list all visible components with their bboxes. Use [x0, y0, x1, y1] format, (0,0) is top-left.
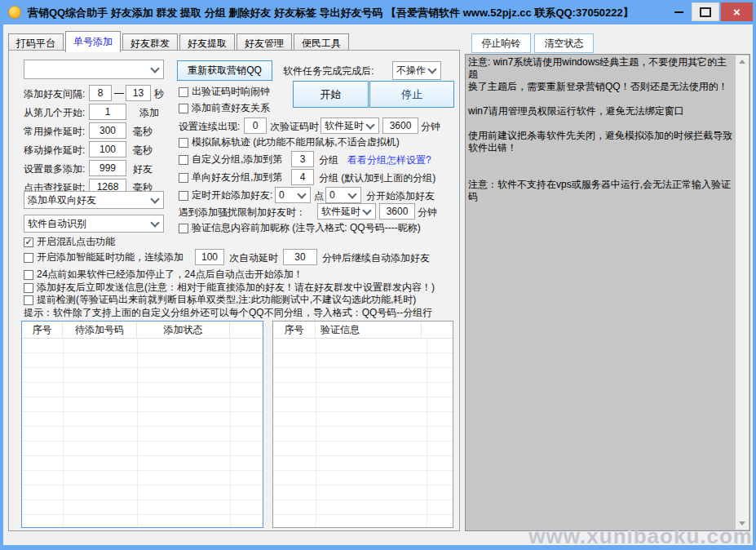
interval-unit: 秒 — [154, 87, 164, 101]
timed-start-checkbox[interactable]: 定时开始添加好友: — [179, 189, 272, 202]
status-notes-text: 注意: win7系统请使用windows经典主题，不要使用其它的主题 换了主题后… — [468, 56, 733, 529]
custom-group-input[interactable]: 3 — [291, 151, 314, 167]
title-bar: 营销QQ综合助手 好友添加 群发 提取 分组 删除好友 好友标签 导出好友号码 … — [0, 0, 756, 24]
chaos-click-label: 开启混乱点击功能 — [37, 235, 115, 249]
interval-max-input[interactable]: 13 — [126, 85, 151, 101]
task-after-value: 不操作 — [393, 64, 429, 78]
stop-ring-button-label: 停止响铃 — [482, 37, 521, 51]
table-gridline — [137, 339, 138, 527]
group-help-link[interactable]: 看看分组怎样设置? — [347, 153, 431, 167]
captcha-action-select[interactable]: 软件延时 — [321, 118, 379, 134]
add-table-col-number[interactable]: 待添加号码 — [63, 322, 137, 338]
timed-hour-select[interactable]: 0 — [275, 187, 311, 203]
move-delay-unit: 毫秒 — [133, 144, 153, 157]
verify-table-col-index[interactable]: 序号 — [273, 322, 316, 338]
refresh-qq-button[interactable]: 重新获取营销QQ — [177, 60, 272, 81]
check-relation-checkbox[interactable]: 添加前查好友关系 — [179, 101, 270, 115]
verify-table-col-info[interactable]: 验证信息 — [316, 322, 422, 338]
oneway-group-input[interactable]: 4 — [291, 169, 314, 185]
add-mode-combo[interactable]: 添加单双向好友 — [24, 191, 164, 209]
timed-hour-unit: 点 — [314, 189, 324, 203]
custom-group-label: 自定义分组,添加到第 — [192, 153, 282, 166]
timed-start-label: 定时开始添加好友: — [192, 189, 272, 202]
harass-action-select[interactable]: 软件延时 — [317, 203, 376, 220]
max-add-input[interactable]: 999 — [89, 160, 126, 176]
check-relation-label: 添加前查好友关系 — [192, 101, 270, 115]
add-table[interactable]: 序号 待添加号码 添加状态 — [21, 321, 263, 528]
restart-24-label: 24点前如果软件已经添加停止了，24点后自动点击开始添加！ — [37, 268, 303, 282]
start-button[interactable]: 开始 — [293, 81, 369, 108]
start-from-unit: 添加 — [139, 106, 159, 120]
common-delay-unit: 毫秒 — [133, 125, 153, 139]
chevron-down-icon — [150, 194, 159, 203]
smart-delay-count-input[interactable]: 100 — [195, 249, 224, 265]
timed-start-tail: 分开始添加好友 — [366, 189, 435, 203]
timed-hour-value: 0 — [276, 189, 298, 201]
checkbox-icon — [179, 104, 188, 113]
verify-table[interactable]: 序号 验证信息 — [272, 321, 453, 528]
smart-delay-minutes-input[interactable]: 30 — [283, 249, 317, 265]
start-from-input[interactable]: 1 — [89, 104, 126, 120]
max-add-unit: 好友 — [133, 162, 153, 176]
common-delay-label: 常用操作延时: — [24, 125, 85, 139]
timed-minute-select[interactable]: 0 — [325, 187, 361, 203]
clear-status-button[interactable]: 清空状态 — [534, 33, 594, 53]
checkbox-icon — [179, 173, 188, 183]
maximize-icon — [700, 7, 711, 17]
task-after-select[interactable]: 不操作 — [392, 61, 441, 80]
oneway-group-checkbox[interactable]: 单向好友分组,加到第 — [179, 171, 282, 184]
notes-scrollbar[interactable] — [736, 55, 749, 530]
stop-ring-button[interactable]: 停止响铃 — [471, 33, 531, 53]
chevron-down-icon — [362, 206, 371, 215]
checkbox-icon — [179, 138, 188, 148]
move-delay-label: 移动操作延时: — [24, 144, 85, 157]
stop-button-label: 停止 — [401, 87, 422, 102]
single-add-panel: 重新获取营销QQ 软件任务完成完成后: 不操作 开始 停止 添加好友间隔: 8 … — [8, 50, 460, 531]
tab-single-add[interactable]: 单号添加 — [65, 31, 121, 52]
pre-check-label: 提前检测(等验证码出来前就判断目标单双类型,注:此功能测试中,不建议勾选此功能,… — [37, 293, 416, 307]
checkbox-icon — [24, 283, 33, 293]
chevron-down-icon — [150, 64, 159, 73]
custom-group-checkbox[interactable]: 自定义分组,添加到第 — [179, 153, 282, 166]
captcha-count-input[interactable]: 0 — [244, 118, 267, 134]
verify-nick-label: 验证信息内容前加昵称 (注导入格式: QQ号码----昵称) — [192, 221, 421, 235]
add-table-col-status[interactable]: 添加状态 — [137, 322, 230, 338]
verify-table-body — [273, 339, 453, 527]
captcha-minutes-input[interactable]: 3600 — [382, 118, 418, 134]
pre-check-checkbox[interactable]: 提前检测(等验证码出来前就判断目标单双类型,注:此功能测试中,不建议勾选此功能,… — [24, 293, 416, 307]
alarm-checkbox[interactable]: 出验证码时响闹钟 — [179, 85, 270, 99]
refresh-qq-button-label: 重新获取营销QQ — [188, 64, 262, 78]
status-notes-box: 注意: win7系统请使用windows经典主题，不要使用其它的主题 换了主题后… — [465, 54, 750, 531]
recognize-combo[interactable]: 软件自动识别 — [24, 215, 164, 233]
alarm-label: 出验证码时响闹钟 — [192, 85, 270, 99]
mouse-sim-checkbox[interactable]: 模拟鼠标轨迹 (此功能不能用鼠标,不适合虚拟机) — [179, 135, 400, 149]
start-from-label: 从第几个开始: — [24, 106, 85, 120]
oneway-group-unit: 分组 (默认加到上面的分组) — [319, 171, 435, 185]
common-delay-input[interactable]: 300 — [89, 122, 126, 139]
scroll-up-icon[interactable] — [739, 60, 745, 64]
chevron-down-icon — [427, 64, 436, 73]
captcha-action-value: 软件延时 — [321, 119, 367, 133]
chevron-down-icon — [365, 120, 374, 129]
timed-minute-value: 0 — [326, 189, 349, 201]
stop-button[interactable]: 停止 — [369, 81, 454, 108]
checkbox-icon — [179, 224, 188, 233]
qq-account-combo[interactable] — [24, 60, 164, 79]
smart-delay-checkbox[interactable]: 开启添加智能延时功能，连续添加 — [24, 251, 183, 264]
custom-group-unit: 分组 — [319, 153, 338, 167]
close-button[interactable]: × — [721, 2, 753, 21]
minimize-button[interactable] — [667, 2, 690, 21]
oneway-group-label: 单向好友分组,加到第 — [192, 171, 282, 184]
maximize-button[interactable] — [692, 2, 719, 21]
task-after-label: 软件任务完成完成后: — [283, 64, 374, 78]
verify-nick-checkbox[interactable]: 验证信息内容前加昵称 (注导入格式: QQ号码----昵称) — [179, 221, 421, 235]
interval-min-input[interactable]: 8 — [89, 85, 112, 101]
restart-24-checkbox[interactable]: 24点前如果软件已经添加停止了，24点后自动点击开始添加！ — [24, 268, 303, 282]
harass-minutes-input[interactable]: 3600 — [379, 203, 415, 220]
captcha-row-label: 设置连续出现: — [179, 120, 240, 134]
add-table-col-index[interactable]: 序号 — [22, 322, 63, 338]
checkbox-checked-icon — [24, 237, 33, 247]
harass-unit: 分钟 — [418, 206, 437, 220]
chaos-click-checkbox[interactable]: 开启混乱点击功能 — [24, 235, 115, 249]
move-delay-input[interactable]: 100 — [89, 141, 126, 157]
